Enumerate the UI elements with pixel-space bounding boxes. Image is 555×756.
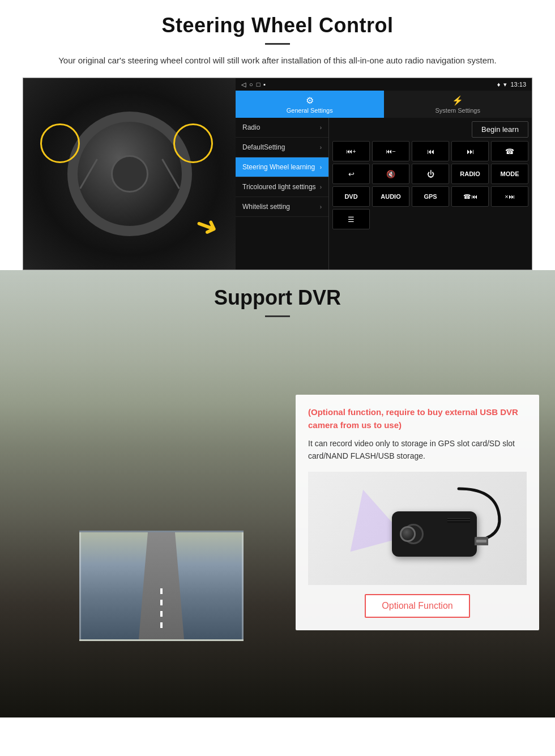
dvr-title-area: Support DVR xyxy=(0,270,555,326)
tab-system[interactable]: ⚡ System Settings xyxy=(384,91,532,118)
phone-prev-btn[interactable]: ☎⏮ xyxy=(451,186,489,207)
left-menu: Radio › DefaultSetting › Steering Wheel … xyxy=(236,118,329,270)
steering-section: Steering Wheel Control Your original car… xyxy=(0,0,555,270)
wheel-circle xyxy=(67,112,192,236)
system-icon: ⚡ xyxy=(452,95,463,106)
wheel-spoke-left xyxy=(79,159,98,189)
extra-btn[interactable]: ☰ xyxy=(332,209,370,229)
wheel-spoke-right xyxy=(161,159,180,189)
back-nav-icon: ◁ xyxy=(241,81,246,88)
dvd-btn[interactable]: DVD xyxy=(332,186,370,207)
next-track-btn[interactable]: ⏭ xyxy=(451,141,489,161)
dvr-info-card: (Optional function, require to buy exter… xyxy=(296,395,539,630)
steering-title: Steering Wheel Control xyxy=(23,14,532,37)
tab-general-label: General Settings xyxy=(287,107,333,114)
nav-icons: ◁ ○ □ ▪ xyxy=(241,81,266,88)
optional-text: (Optional function, require to buy exter… xyxy=(308,406,527,432)
yellow-arrow-icon: ➜ xyxy=(191,207,224,244)
begin-learn-button[interactable]: Begin learn xyxy=(472,121,528,138)
yellow-circle-right xyxy=(173,123,213,163)
chevron-icon-whitelist: › xyxy=(320,204,322,210)
yellow-circle-left xyxy=(40,123,80,163)
steering-description: Your original car's steering wheel contr… xyxy=(34,54,521,67)
menu-label-whitelist: Whitelist setting xyxy=(242,203,290,211)
back-btn[interactable]: ↩ xyxy=(332,164,370,184)
dvr-preview-image xyxy=(79,531,244,641)
android-demo: ➜ ◁ ○ □ ▪ ♦ ▾ 13:13 xyxy=(23,78,532,270)
mute-btn[interactable]: 🔇 xyxy=(372,164,409,184)
signal-icon: ♦ xyxy=(497,81,501,88)
begin-learn-row: Begin learn xyxy=(332,121,528,138)
radio-btn[interactable]: RADIO xyxy=(451,164,489,184)
settings-gear-icon: ⚙ xyxy=(306,95,314,106)
title-divider xyxy=(265,43,290,45)
chevron-icon-tricoloured: › xyxy=(320,184,322,190)
gps-btn[interactable]: GPS xyxy=(412,186,449,207)
mode-btn[interactable]: MODE xyxy=(491,164,528,184)
vol-down-track-btn[interactable]: ⏮− xyxy=(372,141,409,161)
main-content: Radio › DefaultSetting › Steering Wheel … xyxy=(236,118,532,270)
settings-tabs: ⚙ General Settings ⚡ System Settings xyxy=(236,91,532,118)
prev-track-btn[interactable]: ⏮ xyxy=(412,141,449,161)
dvr-section: Support DVR (Optional function, require … xyxy=(0,270,555,717)
wifi-icon: ▾ xyxy=(503,81,507,88)
dvr-title: Support DVR xyxy=(0,286,555,310)
android-panel: ◁ ○ □ ▪ ♦ ▾ 13:13 ⚙ General Settings xyxy=(236,78,532,270)
menu-label-default: DefaultSetting xyxy=(242,143,285,151)
menu-nav-icon: ▪ xyxy=(263,81,266,88)
audio-btn[interactable]: AUDIO xyxy=(372,186,409,207)
chevron-icon-radio: › xyxy=(320,125,322,131)
tab-system-label: System Settings xyxy=(436,107,480,114)
preview-road-line xyxy=(160,585,163,628)
tab-general[interactable]: ⚙ General Settings xyxy=(236,91,384,118)
usb-cable-svg xyxy=(408,477,510,545)
status-bar: ◁ ○ □ ▪ ♦ ▾ 13:13 xyxy=(236,78,532,91)
status-icons: ♦ ▾ 13:13 xyxy=(497,81,526,88)
menu-label-steering: Steering Wheel learning xyxy=(242,163,315,171)
usb-plug-connector xyxy=(476,540,486,543)
power-btn[interactable]: ⏻ xyxy=(412,164,449,184)
dvr-desc-text: It can record video only to storage in G… xyxy=(308,437,527,463)
next-skip-btn[interactable]: ×⏭ xyxy=(491,186,528,207)
menu-label-tricoloured: Tricoloured light settings xyxy=(242,183,316,191)
menu-item-steering[interactable]: Steering Wheel learning › xyxy=(236,157,328,177)
menu-item-radio[interactable]: Radio › xyxy=(236,118,328,138)
recent-nav-icon: □ xyxy=(257,81,261,88)
steering-photo: ➜ xyxy=(23,78,236,270)
menu-item-default[interactable]: DefaultSetting › xyxy=(236,138,328,157)
chevron-icon-default: › xyxy=(320,144,322,151)
dvr-title-divider xyxy=(265,315,290,317)
control-grid: ⏮+ ⏮− ⏮ ⏭ ☎ ↩ 🔇 ⏻ RADIO MODE DVD AUDIO G… xyxy=(332,141,528,229)
right-controls: Begin learn ⏮+ ⏮− ⏮ ⏭ ☎ ↩ 🔇 ⏻ RADIO MODE… xyxy=(329,118,532,270)
menu-item-whitelist[interactable]: Whitelist setting › xyxy=(236,197,328,217)
dvr-camera-image xyxy=(308,472,527,585)
time-display: 13:13 xyxy=(510,81,526,88)
menu-label-radio: Radio xyxy=(242,123,260,131)
vol-up-track-btn[interactable]: ⏮+ xyxy=(332,141,370,161)
steering-wheel-bg: ➜ xyxy=(23,78,236,270)
phone-btn[interactable]: ☎ xyxy=(491,141,528,161)
chevron-icon-steering: › xyxy=(320,164,322,170)
optional-function-button[interactable]: Optional Function xyxy=(365,594,469,618)
home-nav-icon: ○ xyxy=(249,81,253,88)
menu-item-tricoloured[interactable]: Tricoloured light settings › xyxy=(236,177,328,197)
